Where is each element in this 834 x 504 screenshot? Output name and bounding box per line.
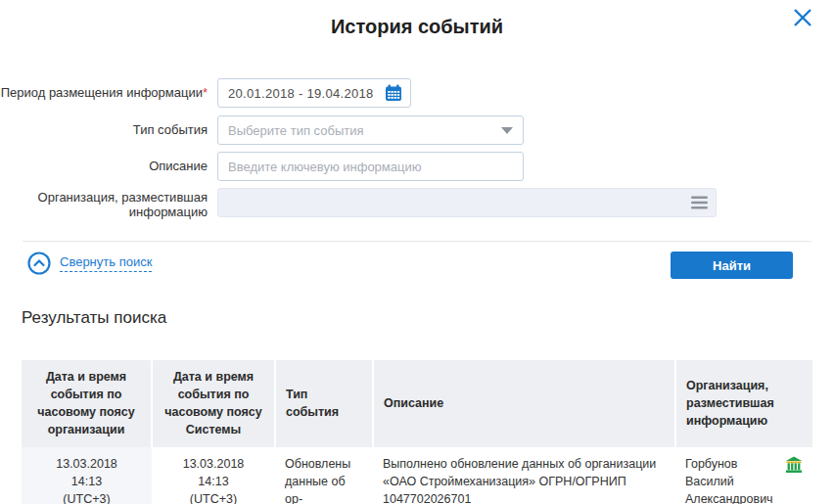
cell-event-type: Обновлены данные об ор- ганизации xyxy=(275,447,373,504)
col-header-system-time: Дата и время события по часовому поясу С… xyxy=(152,360,275,447)
bank-building-icon xyxy=(785,456,803,474)
results-heading: Результаты поиска xyxy=(22,308,166,328)
cell-system-time: 13.03.2018 14:13 (UTC+3) xyxy=(152,447,275,504)
col-header-description: Описание xyxy=(373,360,675,447)
table-row[interactable]: 13.03.2018 14:13 (UTC+3) 13.03.2018 14:1… xyxy=(22,447,812,504)
search-button[interactable]: Найти xyxy=(671,252,793,279)
event-type-row: Тип события Выберите тип события xyxy=(0,115,524,145)
col-header-org-time: Дата и время события по часовому поясу о… xyxy=(22,360,152,447)
period-label: Период размещения информации* xyxy=(0,78,217,108)
event-type-select[interactable]: Выберите тип события xyxy=(217,115,524,145)
organization-label: Организация, разместившая информацию xyxy=(0,188,217,219)
calendar-icon[interactable] xyxy=(385,84,402,102)
cell-description: Выполнено обновление данных об организац… xyxy=(373,447,675,504)
chevron-up-circle-icon xyxy=(27,252,51,275)
event-type-placeholder: Выберите тип события xyxy=(228,123,363,138)
event-type-label: Тип события xyxy=(0,115,217,145)
organization-field[interactable] xyxy=(217,188,717,217)
event-history-modal: История событий Период размещения информ… xyxy=(0,0,834,504)
description-input[interactable] xyxy=(217,152,524,181)
cell-org-time: 13.03.2018 14:13 (UTC+3) xyxy=(22,447,152,504)
organization-row: Организация, разместившая информацию xyxy=(0,188,717,219)
results-table: Дата и время события по часовому поясу о… xyxy=(22,360,812,504)
description-label: Описание xyxy=(0,152,217,181)
collapse-search-label: Свернуть поиск xyxy=(60,254,152,272)
hamburger-menu-icon[interactable] xyxy=(691,196,708,209)
period-value: 20.01.2018 - 19.04.2018 xyxy=(228,86,374,101)
cell-organization: Горбунов Василий Александрович xyxy=(675,447,812,504)
divider xyxy=(23,241,811,242)
table-header-row: Дата и время события по часовому поясу о… xyxy=(22,360,812,447)
col-header-organization: Организация, разместившая информацию xyxy=(675,360,812,447)
organization-name: Горбунов Василий Александрович xyxy=(685,455,781,504)
collapse-search-link[interactable]: Свернуть поиск xyxy=(27,252,152,275)
period-row: Период размещения информации* 20.01.2018… xyxy=(0,78,411,108)
chevron-down-icon xyxy=(501,127,513,134)
description-row: Описание xyxy=(0,152,524,181)
period-field[interactable]: 20.01.2018 - 19.04.2018 xyxy=(217,78,411,108)
page-title: История событий xyxy=(0,16,834,38)
col-header-event-type: Тип события xyxy=(275,360,373,447)
required-asterisk: * xyxy=(203,85,208,100)
